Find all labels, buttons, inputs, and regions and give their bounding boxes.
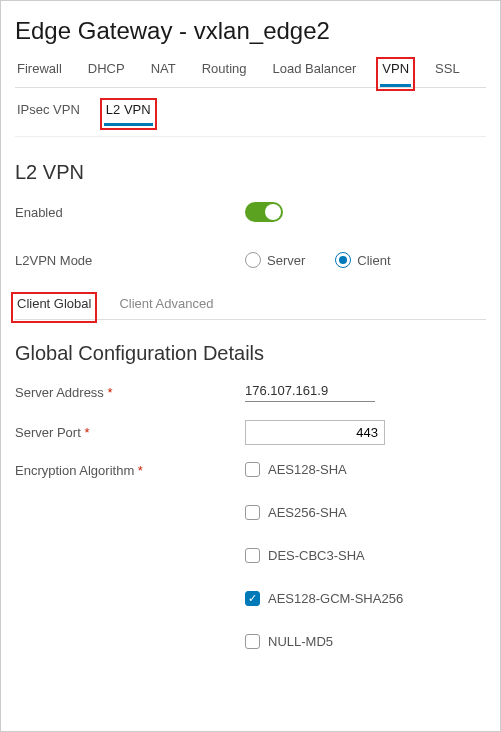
checkbox-null-md5[interactable]: NULL-MD5: [245, 634, 486, 649]
main-tabs: Firewall DHCP NAT Routing Load Balancer …: [15, 61, 486, 88]
checkbox-label: NULL-MD5: [268, 634, 333, 649]
server-port-input[interactable]: [245, 420, 385, 445]
checkbox-aes128-gcm-sha256[interactable]: AES128-GCM-SHA256: [245, 591, 486, 606]
l2vpn-mode-radio-group: Server Client: [245, 252, 391, 268]
l2vpn-mode-label: L2VPN Mode: [15, 253, 245, 268]
server-port-label: Server Port *: [15, 425, 245, 440]
tab-vpn[interactable]: VPN: [380, 61, 411, 87]
checkbox-icon: [245, 548, 260, 563]
checkbox-aes256-sha[interactable]: AES256-SHA: [245, 505, 486, 520]
checkbox-label: AES256-SHA: [268, 505, 347, 520]
checkbox-label: AES128-SHA: [268, 462, 347, 477]
server-address-label: Server Address *: [15, 385, 245, 400]
global-config-heading: Global Configuration Details: [15, 342, 486, 365]
radio-icon: [245, 252, 261, 268]
page-title: Edge Gateway - vxlan_edge2: [15, 17, 486, 45]
checkbox-label: AES128-GCM-SHA256: [268, 591, 403, 606]
checkbox-icon: [245, 462, 260, 477]
checkbox-des-cbc3-sha[interactable]: DES-CBC3-SHA: [245, 548, 486, 563]
radio-client[interactable]: Client: [335, 252, 390, 268]
subtab-l2-vpn[interactable]: L2 VPN: [104, 102, 153, 126]
tab-ssl[interactable]: SSL: [433, 61, 462, 87]
checkbox-icon: [245, 505, 260, 520]
vpn-subtabs: IPsec VPN L2 VPN: [15, 102, 486, 137]
tab-dhcp[interactable]: DHCP: [86, 61, 127, 87]
radio-client-label: Client: [357, 253, 390, 268]
enabled-toggle[interactable]: [245, 202, 283, 222]
checkbox-label: DES-CBC3-SHA: [268, 548, 365, 563]
encryption-algorithm-options: AES128-SHA AES256-SHA DES-CBC3-SHA AES12…: [245, 462, 486, 649]
tab-nat[interactable]: NAT: [149, 61, 178, 87]
tab-routing[interactable]: Routing: [200, 61, 249, 87]
tab-firewall[interactable]: Firewall: [15, 61, 64, 87]
l2vpn-heading: L2 VPN: [15, 161, 486, 184]
tab-client-global[interactable]: Client Global: [15, 296, 93, 319]
encryption-algorithm-label: Encryption Algorithm *: [15, 463, 245, 478]
client-subtabs: Client Global Client Advanced: [15, 296, 486, 320]
tab-load-balancer[interactable]: Load Balancer: [271, 61, 359, 87]
radio-icon: [335, 252, 351, 268]
checkbox-icon: [245, 591, 260, 606]
server-address-input[interactable]: 176.107.161.9: [245, 383, 375, 402]
checkbox-aes128-sha[interactable]: AES128-SHA: [245, 462, 486, 477]
enabled-label: Enabled: [15, 205, 245, 220]
checkbox-icon: [245, 634, 260, 649]
tab-client-advanced[interactable]: Client Advanced: [117, 296, 215, 319]
radio-server-label: Server: [267, 253, 305, 268]
radio-server[interactable]: Server: [245, 252, 305, 268]
subtab-ipsec-vpn[interactable]: IPsec VPN: [15, 102, 82, 126]
